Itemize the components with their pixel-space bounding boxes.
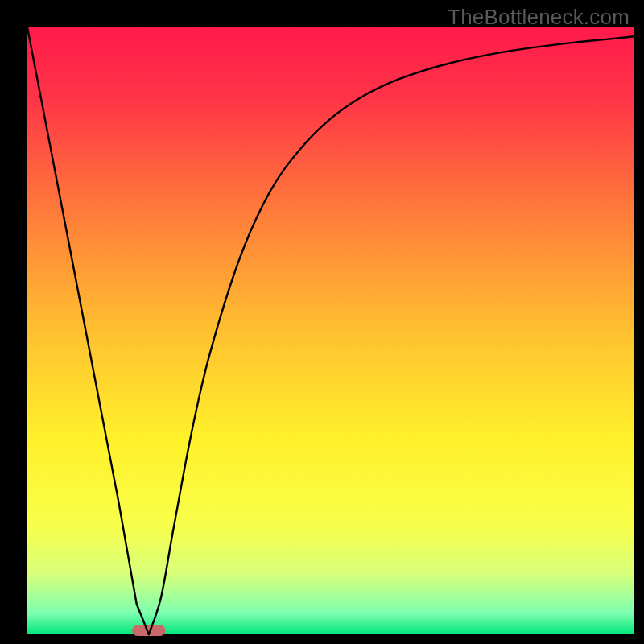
chart-svg bbox=[0, 0, 644, 644]
chart-frame: TheBottleneck.com bbox=[0, 0, 644, 644]
watermark-text: TheBottleneck.com bbox=[448, 5, 630, 30]
